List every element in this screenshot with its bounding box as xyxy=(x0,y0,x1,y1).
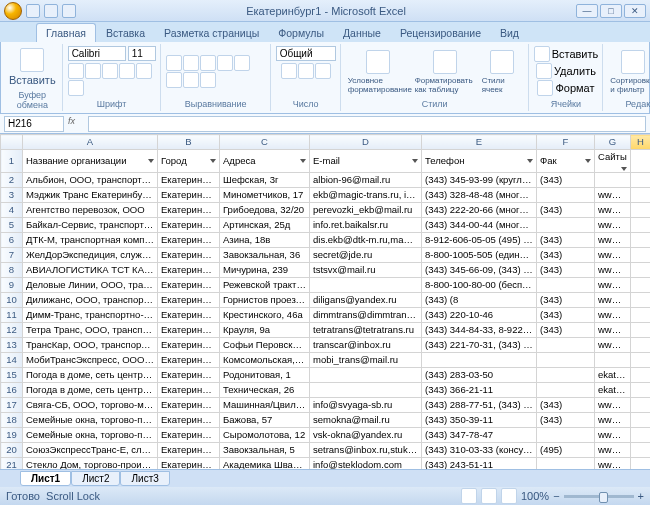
table-row[interactable]: 20СоюзЭкспрессТранс-Е, служба грузоЕкате… xyxy=(1,443,651,458)
col-header-C[interactable]: C xyxy=(220,135,310,150)
wrap-text-button[interactable] xyxy=(217,55,233,71)
maximize-button[interactable]: □ xyxy=(600,4,622,18)
row-header-10[interactable]: 10 xyxy=(1,293,23,308)
table-row[interactable]: 19Семейные окна, торгово-производЕкатери… xyxy=(1,428,651,443)
paste-button[interactable]: Вставить xyxy=(7,46,58,88)
view-normal-button[interactable] xyxy=(461,488,477,504)
ribbon-tab-2[interactable]: Разметка страницы xyxy=(155,24,268,42)
filter-icon[interactable] xyxy=(412,159,418,163)
row-header-2[interactable]: 2 xyxy=(1,173,23,188)
insert-cells-button[interactable] xyxy=(534,46,550,62)
cell-styles-button[interactable]: Стили ячеек xyxy=(480,48,524,96)
currency-button[interactable] xyxy=(281,63,297,79)
font-name-select[interactable] xyxy=(68,46,126,61)
table-row[interactable]: 3Мэджик Транс Екатеринбург, ОООЕкатеринб… xyxy=(1,188,651,203)
row-header-13[interactable]: 13 xyxy=(1,338,23,353)
col-header-B[interactable]: B xyxy=(158,135,220,150)
row-header-8[interactable]: 8 xyxy=(1,263,23,278)
ribbon-tab-3[interactable]: Формулы xyxy=(269,24,333,42)
filter-icon[interactable] xyxy=(585,159,591,163)
col-header-D[interactable]: D xyxy=(310,135,422,150)
table-row[interactable]: 8АВИАЛОГИСТИКА ТСТ КАРГО, ООО,Екатеринбу… xyxy=(1,263,651,278)
table-row[interactable]: 9Деловые Линии, ООО, транспортнаЕкатерин… xyxy=(1,278,651,293)
align-center-button[interactable] xyxy=(166,72,182,88)
comma-button[interactable] xyxy=(315,63,331,79)
row-header-9[interactable]: 9 xyxy=(1,278,23,293)
align-middle-button[interactable] xyxy=(183,55,199,71)
row-header-17[interactable]: 17 xyxy=(1,398,23,413)
bold-button[interactable] xyxy=(68,63,84,79)
border-button[interactable] xyxy=(119,63,135,79)
table-row[interactable]: 13ТрансКар, ООО, транспортная компЕкатер… xyxy=(1,338,651,353)
delete-cells-button[interactable] xyxy=(536,63,552,79)
ribbon-tab-1[interactable]: Вставка xyxy=(97,24,154,42)
ribbon-tab-5[interactable]: Рецензирование xyxy=(391,24,490,42)
conditional-format-button[interactable]: Условное форматирование xyxy=(346,48,410,96)
table-row[interactable]: 6ДТК-М, транспортная компанияЕкатеринбур… xyxy=(1,233,651,248)
row-header-1[interactable]: 1 xyxy=(1,150,23,173)
align-top-button[interactable] xyxy=(166,55,182,71)
filter-icon[interactable] xyxy=(621,167,627,171)
sheet-tab-2[interactable]: Лист3 xyxy=(120,471,169,486)
ribbon-tab-0[interactable]: Главная xyxy=(36,23,96,42)
sheet-tab-1[interactable]: Лист2 xyxy=(71,471,120,486)
table-row[interactable]: 12Тетра Транс, ООО, транспортная кЕкатер… xyxy=(1,323,651,338)
qat-undo[interactable] xyxy=(44,4,58,18)
zoom-in-button[interactable]: + xyxy=(638,490,644,502)
row-header-21[interactable]: 21 xyxy=(1,458,23,470)
table-row[interactable]: 2Альбион, ООО, транспортная компЕкатерин… xyxy=(1,173,651,188)
number-format-select[interactable] xyxy=(276,46,336,61)
qat-redo[interactable] xyxy=(62,4,76,18)
table-row[interactable]: 18Семейные окна, торгово-производЕкатери… xyxy=(1,413,651,428)
row-header-14[interactable]: 14 xyxy=(1,353,23,368)
col-header-G[interactable]: G xyxy=(595,135,631,150)
table-row[interactable]: 11Димм-Транс, транспортно-логистичЕкатер… xyxy=(1,308,651,323)
table-row[interactable]: 7ЖелДорЭкспедиция, служба перевЕкатеринб… xyxy=(1,248,651,263)
name-box[interactable]: H216 xyxy=(4,116,64,132)
table-row[interactable]: 15Погода в доме, сеть центров продЕкатер… xyxy=(1,368,651,383)
row-header-16[interactable]: 16 xyxy=(1,383,23,398)
align-right-button[interactable] xyxy=(183,72,199,88)
row-header-19[interactable]: 19 xyxy=(1,428,23,443)
col-header-H[interactable]: H xyxy=(631,135,651,150)
col-header-F[interactable]: F xyxy=(537,135,595,150)
qat-save[interactable] xyxy=(26,4,40,18)
row-header-3[interactable]: 3 xyxy=(1,188,23,203)
row-header-18[interactable]: 18 xyxy=(1,413,23,428)
italic-button[interactable] xyxy=(85,63,101,79)
row-header-15[interactable]: 15 xyxy=(1,368,23,383)
underline-button[interactable] xyxy=(102,63,118,79)
ribbon-tab-6[interactable]: Вид xyxy=(491,24,528,42)
font-size-select[interactable] xyxy=(128,46,156,61)
formula-input[interactable] xyxy=(88,116,646,132)
row-header-6[interactable]: 6 xyxy=(1,233,23,248)
table-row[interactable]: 21Стекло Дом, торгово-производствеЕкатер… xyxy=(1,458,651,470)
table-row[interactable]: 5Байкал-Сервис, транспортная компЕкатери… xyxy=(1,218,651,233)
merge-button[interactable] xyxy=(200,72,216,88)
filter-icon[interactable] xyxy=(300,159,306,163)
view-layout-button[interactable] xyxy=(481,488,497,504)
col-header-[interactable] xyxy=(1,135,23,150)
sheet-tab-0[interactable]: Лист1 xyxy=(20,471,71,486)
filter-icon[interactable] xyxy=(527,159,533,163)
filter-icon[interactable] xyxy=(210,159,216,163)
view-break-button[interactable] xyxy=(501,488,517,504)
zoom-slider[interactable] xyxy=(564,495,634,498)
table-row[interactable]: 16Погода в доме, сеть центров продЕкатер… xyxy=(1,383,651,398)
align-bottom-button[interactable] xyxy=(200,55,216,71)
align-left-button[interactable] xyxy=(234,55,250,71)
format-cells-button[interactable] xyxy=(537,80,553,96)
table-row[interactable]: 17Свяга-СБ, ООО, торгово-монтажнаяЕкатер… xyxy=(1,398,651,413)
row-header-11[interactable]: 11 xyxy=(1,308,23,323)
format-table-button[interactable]: Форматировать как таблицу xyxy=(413,48,477,96)
font-color-button[interactable] xyxy=(68,80,84,96)
ribbon-tab-4[interactable]: Данные xyxy=(334,24,390,42)
office-button[interactable] xyxy=(4,2,22,20)
row-header-4[interactable]: 4 xyxy=(1,203,23,218)
table-row[interactable]: 10Дилижанс, ООО, транспортная комЕкатери… xyxy=(1,293,651,308)
worksheet-grid[interactable]: ABCDEFGH1Название организацииГородАдреса… xyxy=(0,134,650,469)
row-header-5[interactable]: 5 xyxy=(1,218,23,233)
zoom-out-button[interactable]: − xyxy=(553,490,559,502)
close-button[interactable]: ✕ xyxy=(624,4,646,18)
minimize-button[interactable]: — xyxy=(576,4,598,18)
